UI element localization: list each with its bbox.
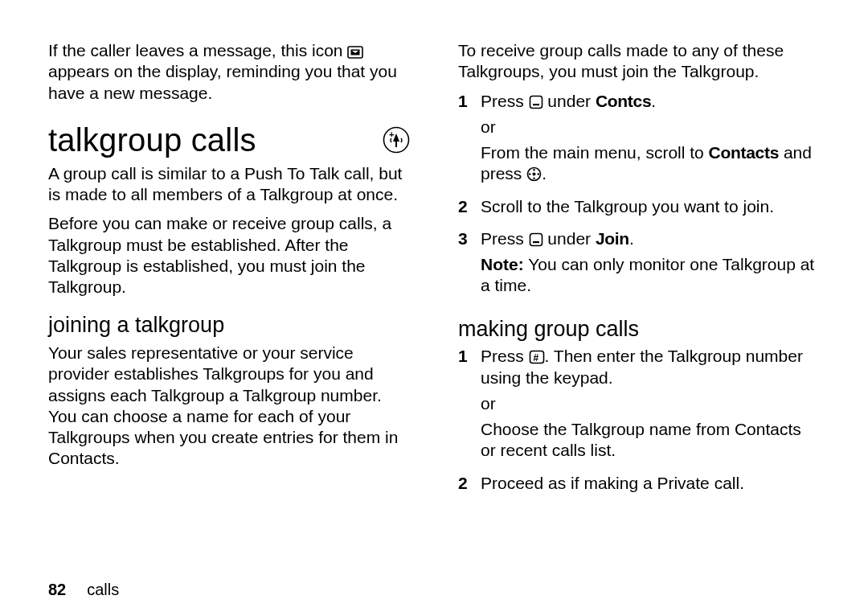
join-step-1: 1 Press under Contcs. bbox=[458, 91, 820, 190]
step-body: Press under Join. Note: You bbox=[481, 228, 820, 302]
network-antenna-icon: + bbox=[383, 126, 410, 154]
text: under bbox=[547, 229, 596, 248]
page-footer: 82 calls bbox=[48, 572, 820, 600]
line: Scroll to the Talkgroup you want to join… bbox=[481, 196, 820, 217]
svg-rect-7 bbox=[533, 104, 539, 105]
join-steps-list: 1 Press under Contcs. bbox=[458, 91, 820, 302]
sub-title-joining: joining a talkgroup bbox=[48, 312, 410, 339]
text: . bbox=[651, 92, 656, 110]
text: . bbox=[629, 229, 634, 248]
right-column: To receive group calls made to any of th… bbox=[458, 40, 820, 572]
or-line: or bbox=[481, 117, 820, 138]
step-number: 2 bbox=[458, 196, 481, 222]
svg-point-13 bbox=[538, 174, 539, 175]
svg-rect-14 bbox=[530, 233, 542, 245]
line: Press # . Then enter the Talkgroup numbe… bbox=[481, 346, 820, 388]
step-body: Press # . Then enter the Talkgroup numbe… bbox=[481, 346, 820, 466]
title-text: talkgroup calls bbox=[48, 120, 256, 160]
voicemail-icon bbox=[347, 46, 363, 59]
note-text: You can only monitor one Talkgroup at a … bbox=[481, 255, 814, 294]
line: From the main menu, scroll to Contacts a… bbox=[481, 142, 820, 185]
sub-title-making: making group calls bbox=[458, 316, 820, 343]
svg-text:+: + bbox=[389, 129, 395, 139]
step-body: Scroll to the Talkgroup you want to join… bbox=[481, 196, 820, 222]
softkey-icon bbox=[529, 95, 543, 109]
talkgroup-intro-1: A group call is similar to a Push To Tal… bbox=[48, 163, 410, 206]
line: Proceed as if making a Private call. bbox=[481, 473, 820, 494]
text: Press bbox=[481, 92, 529, 110]
two-column-layout: If the caller leaves a message, this ico… bbox=[48, 40, 820, 572]
line: Press under Contcs. bbox=[481, 91, 820, 112]
step-number: 1 bbox=[458, 91, 481, 190]
text: If the caller leaves a message, this ico… bbox=[48, 41, 347, 60]
or-line: or bbox=[481, 393, 820, 414]
softkey-icon bbox=[529, 232, 543, 247]
nav-ok-icon bbox=[526, 166, 542, 182]
hash-key-icon: # bbox=[529, 350, 545, 364]
svg-point-9 bbox=[533, 173, 536, 176]
step-body: Proceed as if making a Private call. bbox=[481, 473, 820, 499]
text: under bbox=[547, 92, 596, 110]
make-step-1: 1 Press # . Then enter the Talkgroup num… bbox=[458, 346, 820, 466]
note-line: Note: You can only monitor one Talkgroup… bbox=[481, 254, 820, 297]
line: Press under Join. bbox=[481, 228, 820, 249]
text: . bbox=[542, 164, 547, 183]
text: Press bbox=[481, 347, 529, 365]
svg-rect-15 bbox=[533, 241, 539, 243]
section-title-talkgroup-calls: talkgroup calls + bbox=[48, 120, 410, 160]
new-message-paragraph: If the caller leaves a message, this ico… bbox=[48, 40, 410, 104]
manual-page: If the caller leaves a message, this ico… bbox=[0, 0, 868, 616]
step-number: 3 bbox=[458, 228, 481, 302]
note-label: Note: bbox=[481, 255, 524, 273]
svg-point-10 bbox=[533, 169, 534, 170]
text: Press bbox=[481, 229, 529, 248]
line: Choose the Talkgroup name from Contacts … bbox=[481, 419, 820, 462]
svg-rect-6 bbox=[530, 96, 542, 108]
text: appears on the display, reminding you th… bbox=[48, 62, 397, 101]
softkey-label: Contcs bbox=[596, 92, 651, 110]
page-number: 82 bbox=[48, 580, 66, 600]
join-step-2: 2 Scroll to the Talkgroup you want to jo… bbox=[458, 196, 820, 222]
chapter-label: calls bbox=[87, 580, 119, 600]
svg-point-12 bbox=[529, 174, 530, 175]
step-number: 1 bbox=[458, 346, 481, 466]
join-step-3: 3 Press under Join. bbox=[458, 228, 820, 302]
step-body: Press under Contcs. or bbox=[481, 91, 820, 190]
text: From the main menu, scroll to bbox=[481, 143, 709, 162]
menu-label: Contacts bbox=[709, 143, 779, 162]
svg-point-11 bbox=[533, 178, 534, 179]
left-column: If the caller leaves a message, this ico… bbox=[48, 40, 410, 572]
step-number: 2 bbox=[458, 473, 481, 499]
make-steps-list: 1 Press # . Then enter the Talkgroup num… bbox=[458, 346, 820, 499]
receive-intro: To receive group calls made to any of th… bbox=[458, 40, 820, 83]
svg-rect-5 bbox=[395, 141, 397, 147]
svg-text:#: # bbox=[533, 352, 538, 363]
make-step-2: 2 Proceed as if making a Private call. bbox=[458, 473, 820, 499]
joining-paragraph: Your sales representative or your servic… bbox=[48, 343, 410, 470]
talkgroup-intro-2: Before you can make or receive group cal… bbox=[48, 213, 410, 298]
softkey-label: Join bbox=[596, 229, 629, 248]
